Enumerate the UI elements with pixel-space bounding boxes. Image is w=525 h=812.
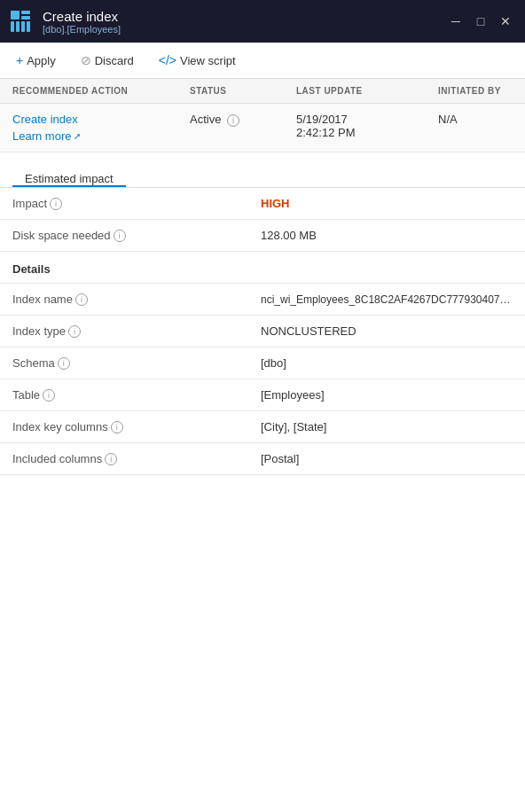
included-columns-value: [Postal] bbox=[261, 452, 513, 465]
index-type-label: Index type bbox=[12, 324, 66, 338]
disk-info-icon[interactable]: i bbox=[114, 230, 126, 242]
index-key-columns-info-icon[interactable]: i bbox=[111, 421, 123, 433]
included-columns-label-cell: Included columns i bbox=[12, 452, 261, 465]
close-icon: ✕ bbox=[500, 14, 511, 28]
discard-icon: ⊘ bbox=[81, 53, 91, 67]
col-initiated-by: INITIATED BY bbox=[438, 86, 513, 96]
impact-row: Impact i HIGH bbox=[0, 188, 525, 220]
index-key-columns-row: Index key columns i [City], [State] bbox=[0, 411, 525, 443]
title-bar-text: Create index [dbo].[Employees] bbox=[43, 9, 121, 35]
create-index-link[interactable]: Create index bbox=[12, 113, 190, 126]
table-info-icon[interactable]: i bbox=[43, 389, 55, 402]
disk-value: 128.00 MB bbox=[261, 229, 513, 242]
schema-label-cell: Schema i bbox=[12, 356, 261, 370]
table-label: Table bbox=[12, 388, 40, 402]
impact-label-cell: Impact i bbox=[12, 197, 261, 210]
view-script-label: View script bbox=[180, 54, 236, 67]
learn-more-link[interactable]: Learn more ➚ bbox=[12, 129, 81, 143]
column-headers: RECOMMENDED ACTION STATUS LAST UPDATE IN… bbox=[0, 79, 525, 104]
window-controls: ─ □ ✕ bbox=[445, 11, 516, 32]
table-value: [Employees] bbox=[261, 388, 513, 402]
index-name-label: Index name bbox=[12, 293, 73, 306]
index-key-columns-label-cell: Index key columns i bbox=[12, 420, 261, 433]
window-title: Create index bbox=[43, 9, 121, 24]
included-columns-label: Included columns bbox=[12, 452, 102, 465]
table-label-cell: Table i bbox=[12, 388, 261, 402]
impact-value: HIGH bbox=[261, 197, 513, 210]
svg-rect-4 bbox=[16, 21, 20, 32]
estimated-impact-tab[interactable]: Estimated impact bbox=[12, 161, 126, 187]
status-cell: Active i bbox=[190, 113, 296, 127]
disk-label-cell: Disk space needed i bbox=[12, 229, 261, 242]
schema-info-icon[interactable]: i bbox=[58, 357, 70, 370]
status-row: Create index Learn more ➚ Active i 5/19/… bbox=[0, 104, 525, 152]
toolbar: + Apply ⊘ Discard </> View script bbox=[0, 43, 525, 79]
close-button[interactable]: ✕ bbox=[495, 11, 516, 32]
view-script-button[interactable]: </> View script bbox=[153, 50, 241, 71]
discard-button[interactable]: ⊘ Discard bbox=[75, 50, 139, 71]
schema-value: [dbo] bbox=[261, 356, 513, 370]
learn-more-container: Learn more ➚ bbox=[12, 129, 190, 143]
time-value: 2:42:12 PM bbox=[296, 126, 438, 139]
col-recommended-action: RECOMMENDED ACTION bbox=[12, 86, 190, 96]
index-name-value: nci_wi_Employees_8C18C2AF4267DC777930407… bbox=[261, 293, 513, 306]
status-info-icon[interactable]: i bbox=[227, 114, 239, 127]
apply-label: Apply bbox=[27, 54, 56, 67]
col-status: STATUS bbox=[190, 86, 296, 96]
maximize-button[interactable]: □ bbox=[470, 11, 491, 32]
index-name-info-icon[interactable]: i bbox=[75, 293, 88, 306]
schema-row: Schema i [dbo] bbox=[0, 347, 525, 379]
maximize-icon: □ bbox=[477, 14, 484, 28]
minimize-icon: ─ bbox=[451, 14, 460, 28]
svg-rect-6 bbox=[27, 21, 30, 32]
included-columns-row: Included columns i [Postal] bbox=[0, 443, 525, 475]
index-type-info-icon[interactable]: i bbox=[68, 325, 81, 338]
title-bar: Create index [dbo].[Employees] ─ □ ✕ bbox=[0, 0, 525, 43]
svg-rect-2 bbox=[21, 16, 30, 20]
status-action-cell: Create index Learn more ➚ bbox=[12, 113, 190, 143]
impact-info-icon[interactable]: i bbox=[50, 198, 62, 210]
svg-rect-1 bbox=[21, 11, 30, 14]
plus-icon: + bbox=[16, 53, 23, 67]
external-link-icon: ➚ bbox=[74, 131, 81, 141]
discard-label: Discard bbox=[95, 54, 134, 67]
code-icon: </> bbox=[159, 53, 176, 67]
svg-rect-5 bbox=[21, 21, 25, 32]
col-last-update: LAST UPDATE bbox=[296, 86, 438, 96]
index-name-row: Index name i nci_wi_Employees_8C18C2AF42… bbox=[0, 284, 525, 316]
details-section-heading: Details bbox=[0, 252, 525, 284]
apply-button[interactable]: + Apply bbox=[11, 50, 61, 71]
date-cell: 5/19/2017 2:42:12 PM bbox=[296, 113, 438, 139]
status-text: Active bbox=[190, 113, 221, 126]
window-subtitle: [dbo].[Employees] bbox=[43, 24, 121, 35]
initiated-by-cell: N/A bbox=[438, 113, 513, 126]
table-row: Table i [Employees] bbox=[0, 379, 525, 411]
index-type-row: Index type i NONCLUSTERED bbox=[0, 316, 525, 347]
title-bar-left: Create index [dbo].[Employees] bbox=[9, 9, 121, 35]
learn-more-text: Learn more bbox=[12, 129, 71, 143]
index-key-columns-value: [City], [State] bbox=[261, 420, 513, 433]
date-value: 5/19/2017 bbox=[296, 113, 438, 126]
included-columns-info-icon[interactable]: i bbox=[105, 453, 117, 465]
svg-rect-0 bbox=[11, 11, 20, 20]
estimated-impact-tab-container: Estimated impact bbox=[0, 152, 525, 188]
index-name-label-cell: Index name i bbox=[12, 293, 261, 306]
svg-rect-3 bbox=[11, 21, 14, 32]
disk-label: Disk space needed bbox=[12, 229, 111, 242]
index-type-label-cell: Index type i bbox=[12, 324, 261, 338]
index-type-value: NONCLUSTERED bbox=[261, 324, 513, 338]
grid-icon bbox=[9, 9, 34, 34]
app-icon bbox=[9, 9, 34, 34]
disk-space-row: Disk space needed i 128.00 MB bbox=[0, 220, 525, 252]
schema-label: Schema bbox=[12, 356, 55, 370]
minimize-button[interactable]: ─ bbox=[445, 11, 466, 32]
impact-label: Impact bbox=[12, 197, 47, 210]
index-key-columns-label: Index key columns bbox=[12, 420, 108, 433]
